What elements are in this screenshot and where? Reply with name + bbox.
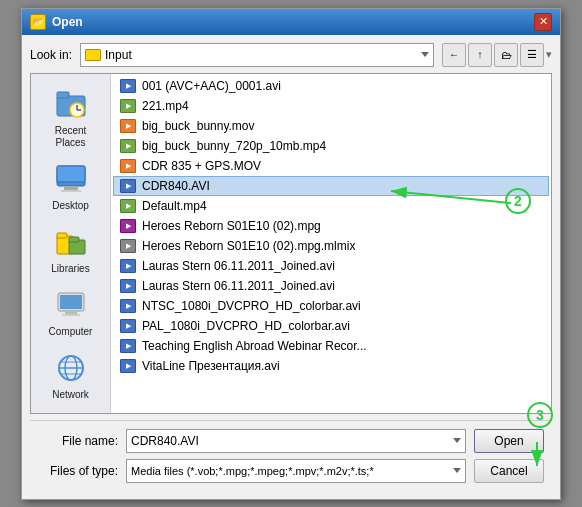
file-item[interactable]: ▶001 (AVC+AAC)_0001.avi — [113, 76, 549, 96]
new-folder-button[interactable]: 🗁 — [494, 43, 518, 67]
file-item[interactable]: ▶VitaLine Презентация.avi — [113, 356, 549, 376]
computer-icon — [53, 287, 89, 323]
file-item[interactable]: ▶NTSC_1080i_DVCPRO_HD_colorbar.avi — [113, 296, 549, 316]
sidebar-libraries-label: Libraries — [51, 263, 89, 275]
sidebar-item-desktop[interactable]: Desktop — [35, 157, 107, 216]
svg-rect-7 — [64, 186, 78, 190]
main-area: Recent Places Desktop — [30, 73, 552, 414]
file-name: 221.mp4 — [142, 99, 189, 113]
file-icon: ▶ — [120, 319, 136, 333]
svg-rect-8 — [61, 190, 81, 192]
look-in-select[interactable]: Input — [80, 43, 434, 67]
file-icon: ▶ — [120, 139, 136, 153]
svg-rect-10 — [57, 233, 67, 238]
open-label: Open — [494, 434, 523, 448]
network-icon — [53, 350, 89, 386]
file-name: NTSC_1080i_DVCPRO_HD_colorbar.avi — [142, 299, 361, 313]
look-in-label: Look in: — [30, 48, 72, 62]
sidebar-network-label: Network — [52, 389, 89, 401]
file-name: Heroes Reborn S01E10 (02).mpg.mlmix — [142, 239, 355, 253]
file-icon: ▶ — [120, 259, 136, 273]
sidebar-computer-label: Computer — [49, 326, 93, 338]
svg-rect-12 — [69, 237, 79, 242]
file-item[interactable]: ▶Lauras Stern 06.11.2011_Joined.avi — [113, 276, 549, 296]
file-name: PAL_1080i_DVCPRO_HD_colorbar.avi — [142, 319, 350, 333]
svg-rect-14 — [60, 295, 82, 309]
file-name-value: CDR840.AVI — [131, 434, 199, 448]
file-item[interactable]: ▶221.mp4 — [113, 96, 549, 116]
file-item[interactable]: ▶Lauras Stern 06.11.2011_Joined.avi — [113, 256, 549, 276]
new-folder-icon: 🗁 — [501, 49, 512, 61]
file-type-label: Files of type: — [38, 464, 118, 478]
file-name: Heroes Reborn S01E10 (02).mpg — [142, 219, 321, 233]
open-dialog: 📂 Open ✕ Look in: Input ← — [21, 8, 561, 500]
file-icon: ▶ — [120, 179, 136, 193]
look-in-chevron-icon — [421, 52, 429, 57]
file-type-select[interactable]: Media files (*.vob;*.mpg;*.mpeg;*.mpv;*.… — [126, 459, 466, 483]
file-name: VitaLine Презентация.avi — [142, 359, 280, 373]
file-name: 001 (AVC+AAC)_0001.avi — [142, 79, 281, 93]
file-item[interactable]: ▶Heroes Reborn S01E10 (02).mpg.mlmix — [113, 236, 549, 256]
file-list[interactable]: ▶001 (AVC+AAC)_0001.avi▶221.mp4▶big_buck… — [111, 74, 551, 413]
bottom-area: File name: CDR840.AVI Open Files of type… — [30, 420, 552, 491]
file-icon: ▶ — [120, 99, 136, 113]
svg-rect-16 — [62, 314, 80, 316]
file-type-row: Files of type: Media files (*.vob;*.mpg;… — [38, 459, 544, 483]
file-name-input[interactable]: CDR840.AVI — [126, 429, 466, 453]
sidebar-recent-label: Recent Places — [41, 125, 101, 149]
recent-places-icon — [53, 86, 89, 122]
dialog-icon: 📂 — [30, 14, 46, 30]
look-in-row: Look in: Input ← ↑ 🗁 — [30, 43, 552, 67]
sidebar-item-network[interactable]: Network — [35, 346, 107, 405]
file-name: Lauras Stern 06.11.2011_Joined.avi — [142, 259, 335, 273]
sidebar-item-libraries[interactable]: Libraries — [35, 220, 107, 279]
file-item[interactable]: ▶big_buck_bunny_720p_10mb.mp4 — [113, 136, 549, 156]
sidebar-desktop-label: Desktop — [52, 200, 89, 212]
up-button[interactable]: ↑ — [468, 43, 492, 67]
desktop-icon — [53, 161, 89, 197]
view-button[interactable]: ☰ — [520, 43, 544, 67]
file-name-row: File name: CDR840.AVI Open — [38, 429, 544, 453]
back-icon: ← — [449, 49, 459, 60]
file-icon: ▶ — [120, 199, 136, 213]
title-bar: 📂 Open ✕ — [22, 9, 560, 35]
svg-rect-6 — [57, 166, 85, 182]
file-icon: ▶ — [120, 79, 136, 93]
action-buttons: Open — [474, 429, 544, 453]
file-icon: ▶ — [120, 279, 136, 293]
file-name-chevron-icon — [453, 438, 461, 443]
file-type-chevron-icon — [453, 468, 461, 473]
file-name: big_buck_bunny.mov — [142, 119, 255, 133]
file-icon: ▶ — [120, 359, 136, 373]
file-name: Lauras Stern 06.11.2011_Joined.avi — [142, 279, 335, 293]
file-item[interactable]: ▶PAL_1080i_DVCPRO_HD_colorbar.avi — [113, 316, 549, 336]
file-type-value: Media files (*.vob;*.mpg;*.mpeg;*.mpv;*.… — [131, 465, 374, 477]
file-icon: ▶ — [120, 299, 136, 313]
back-button[interactable]: ← — [442, 43, 466, 67]
file-item[interactable]: ▶big_buck_bunny.mov — [113, 116, 549, 136]
sidebar-item-computer[interactable]: Computer — [35, 283, 107, 342]
file-item[interactable]: ▶Default.mp4 — [113, 196, 549, 216]
title-bar-left: 📂 Open — [30, 14, 83, 30]
look-in-value: Input — [85, 48, 132, 62]
file-item[interactable]: ▶Heroes Reborn S01E10 (02).mpg — [113, 216, 549, 236]
toolbar-buttons: ← ↑ 🗁 ☰ ▾ — [442, 43, 552, 67]
file-item[interactable]: ▶CDR 835 + GPS.MOV — [113, 156, 549, 176]
svg-rect-15 — [65, 311, 77, 314]
close-button[interactable]: ✕ — [534, 13, 552, 31]
up-icon: ↑ — [478, 49, 483, 60]
file-name: big_buck_bunny_720p_10mb.mp4 — [142, 139, 326, 153]
cancel-button[interactable]: Cancel — [474, 459, 544, 483]
open-button[interactable]: Open — [474, 429, 544, 453]
file-name-label: File name: — [38, 434, 118, 448]
file-item[interactable]: ▶CDR840.AVI — [113, 176, 549, 196]
file-name: CDR 835 + GPS.MOV — [142, 159, 261, 173]
look-in-text: Input — [105, 48, 132, 62]
svg-rect-1 — [57, 92, 69, 98]
file-item[interactable]: ▶Teaching English Abroad Webinar Recor..… — [113, 336, 549, 356]
file-icon: ▶ — [120, 219, 136, 233]
file-icon: ▶ — [120, 119, 136, 133]
sidebar-item-recent[interactable]: Recent Places — [35, 82, 107, 153]
dialog-body: Look in: Input ← ↑ 🗁 — [22, 35, 560, 499]
libraries-icon — [53, 224, 89, 260]
